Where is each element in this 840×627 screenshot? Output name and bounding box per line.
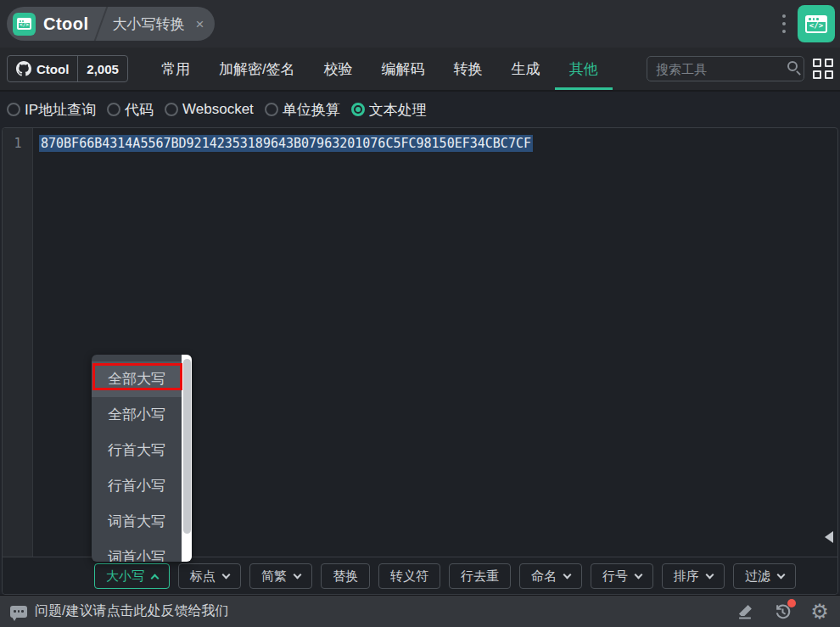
nav-item-crypto-sign[interactable]: 加解密/签名 (204, 48, 310, 90)
history-icon[interactable] (772, 602, 792, 622)
menu-item-line-start-lower[interactable]: 行首小写 (92, 468, 182, 504)
chevron-down-icon (294, 570, 302, 579)
main-nav-bar: Ctool 2,005 常用 加解密/签名 校验 编解码 转换 生成 其他 (0, 48, 840, 92)
ctool-app-icon[interactable]: </> (798, 5, 835, 42)
menu-item-lowercase-all[interactable]: 全部小写 (92, 397, 182, 433)
collapse-panel-arrow-icon[interactable] (825, 531, 833, 543)
kebab-menu-icon[interactable] (779, 11, 789, 36)
notification-dot (787, 599, 796, 607)
search-input[interactable] (647, 56, 804, 81)
chevron-down-icon (635, 570, 643, 579)
case-convert-dropdown: 全部大写 全部小写 行首大写 行首小写 词首大写 词首小写 (92, 355, 192, 562)
dropdown-scrollbar-track[interactable] (182, 355, 192, 562)
top-title-bar: </> Ctool 大小写转换 × </> (0, 0, 840, 48)
close-icon[interactable]: × (196, 17, 204, 31)
menu-item-word-start-upper[interactable]: 词首大写 (92, 504, 182, 540)
editor-gutter: 1 (3, 128, 33, 557)
dropdown-scrollbar-thumb[interactable] (183, 359, 191, 534)
radio-ip-lookup[interactable]: IP地址查询 (7, 100, 96, 120)
nav-item-verify[interactable]: 校验 (310, 48, 367, 90)
brand-title: Ctool (43, 14, 89, 34)
apps-grid-icon[interactable] (813, 59, 833, 79)
radio-text-process[interactable]: 文本处理 (351, 100, 427, 120)
menu-item-line-start-upper[interactable]: 行首大写 (92, 433, 182, 468)
nav-item-common[interactable]: 常用 (147, 48, 204, 90)
radio-icon (265, 103, 278, 116)
active-tool-tab[interactable]: 大小写转换 (113, 14, 185, 34)
line-number-button[interactable]: 行号 (591, 563, 653, 589)
escape-char-button[interactable]: 转义符 (378, 563, 440, 589)
radio-code[interactable]: 代码 (107, 100, 154, 120)
chevron-down-icon (706, 570, 714, 579)
feedback-link[interactable]: 问题/建议请点击此处反馈给我们 (35, 602, 228, 620)
chevron-down-icon (563, 570, 572, 579)
simplified-traditional-button[interactable]: 简繁 (249, 563, 312, 589)
replace-button[interactable]: 替换 (321, 563, 370, 589)
annotation-highlight-box (92, 363, 182, 390)
dedupe-lines-button[interactable]: 行去重 (449, 563, 511, 589)
chevron-down-icon (777, 570, 786, 579)
radio-icon (107, 103, 120, 116)
chevron-down-icon (222, 570, 231, 579)
github-star-badge[interactable]: Ctool 2,005 (7, 55, 128, 82)
selected-text[interactable]: 870BF66B4314A5567BD92142353189643B079632… (39, 135, 533, 152)
github-repo-label: Ctool (36, 62, 69, 76)
line-number: 1 (3, 136, 33, 151)
nav-item-convert[interactable]: 转换 (440, 48, 497, 90)
radio-unit-convert[interactable]: 单位换算 (265, 100, 340, 120)
naming-button[interactable]: 命名 (519, 563, 582, 589)
filter-button[interactable]: 过滤 (733, 563, 796, 589)
github-icon (16, 61, 31, 76)
menu-item-word-start-lower[interactable]: 词首小写 (92, 540, 182, 562)
nav-item-generate[interactable]: 生成 (497, 48, 555, 90)
nav-item-other[interactable]: 其他 (555, 48, 613, 90)
ctool-logo-icon: </> (13, 13, 36, 36)
radio-icon (7, 103, 20, 116)
editor-line-1[interactable]: 870BF66B4314A5567BD92142353189643B079632… (39, 136, 533, 151)
eraser-clear-icon[interactable] (735, 602, 755, 622)
feedback-chat-icon (10, 606, 27, 618)
tab-divider (93, 7, 108, 41)
radio-selected-icon (351, 103, 365, 116)
search-icon (787, 61, 798, 71)
radio-icon (165, 103, 178, 116)
app-tab-pill[interactable]: </> Ctool 大小写转换 × (7, 7, 215, 41)
text-actions-toolbar: 大小写 标点 简繁 替换 转义符 行去重 命名 行号 排序 过滤 (3, 558, 837, 594)
sort-button[interactable]: 排序 (662, 563, 725, 589)
nav-item-encode-decode[interactable]: 编解码 (367, 48, 440, 90)
case-convert-button[interactable]: 大小写 (94, 563, 170, 589)
radio-websocket[interactable]: Websocket (165, 101, 254, 118)
tool-category-radios: IP地址查询 代码 Websocket 单位换算 文本处理 (0, 92, 840, 127)
github-star-count: 2,005 (77, 56, 127, 81)
status-footer: 问题/建议请点击此处反馈给我们 ⚙ (0, 595, 840, 627)
settings-gear-icon[interactable]: ⚙ (809, 602, 830, 622)
chevron-up-icon (151, 574, 160, 582)
nav-menu: 常用 加解密/签名 校验 编解码 转换 生成 其他 (147, 48, 613, 90)
punctuation-button[interactable]: 标点 (178, 563, 241, 589)
